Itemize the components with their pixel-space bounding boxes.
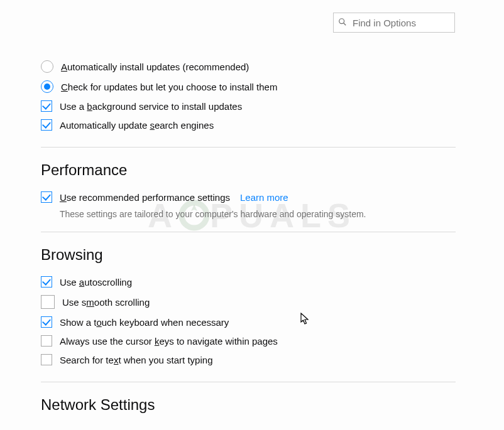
checkbox-recommended-perf-label: Use recommended performance settings — [60, 192, 230, 203]
performance-subtext: These settings are tailored to your comp… — [60, 209, 456, 219]
checkbox-background-service-label: Use a background service to install upda… — [60, 101, 242, 112]
svg-line-2 — [344, 23, 346, 26]
radio-auto-install-label: Automatically install updates (recommend… — [61, 62, 249, 72]
checkbox-icon-checked — [41, 119, 52, 131]
checkbox-smooth-scrolling-label: Use smooth scrolling — [62, 297, 150, 308]
checkbox-background-service[interactable]: Use a background service to install upda… — [41, 97, 456, 116]
search-icon — [338, 18, 347, 26]
radio-icon — [41, 60, 53, 73]
network-title: Network Settings — [41, 396, 456, 414]
checkbox-recommended-perf[interactable]: Use recommended performance settings Lea… — [41, 188, 456, 207]
checkbox-touch-keyboard[interactable]: Show a touch keyboard when necessary — [41, 313, 456, 331]
checkbox-icon-unchecked — [41, 295, 55, 309]
learn-more-link[interactable]: Learn more — [240, 192, 288, 203]
radio-auto-install[interactable]: Automatically install updates (recommend… — [41, 56, 456, 77]
checkbox-cursor-keys[interactable]: Always use the cursor keys to navigate w… — [41, 331, 456, 350]
checkbox-icon-unchecked — [41, 354, 52, 365]
checkbox-icon-checked — [41, 191, 52, 203]
checkbox-icon-checked — [41, 276, 52, 288]
checkbox-search-typing[interactable]: Search for text when you start typing — [41, 350, 456, 369]
svg-point-1 — [339, 19, 344, 24]
checkbox-touch-keyboard-label: Show a touch keyboard when necessary — [60, 317, 229, 328]
divider — [41, 232, 456, 232]
search-container — [333, 13, 455, 33]
checkbox-autoscrolling-label: Use autoscrolling — [60, 277, 132, 288]
checkbox-cursor-keys-label: Always use the cursor keys to navigate w… — [60, 336, 278, 347]
checkbox-icon-unchecked — [41, 335, 52, 347]
checkbox-icon-checked — [41, 316, 52, 328]
divider — [41, 382, 456, 382]
checkbox-update-search-engines-label: Automatically update search engines — [60, 120, 214, 131]
checkbox-smooth-scrolling[interactable]: Use smooth scrolling — [41, 291, 456, 313]
performance-title: Performance — [41, 161, 456, 179]
checkbox-icon-checked — [41, 100, 52, 112]
browsing-title: Browsing — [41, 246, 456, 264]
checkbox-autoscrolling[interactable]: Use autoscrolling — [41, 272, 456, 291]
checkbox-update-search-engines[interactable]: Automatically update search engines — [41, 116, 456, 134]
divider — [41, 147, 456, 148]
radio-icon-selected — [41, 80, 53, 93]
settings-content: Automatically install updates (recommend… — [41, 56, 456, 422]
search-input[interactable] — [333, 13, 455, 33]
checkbox-search-typing-label: Search for text when you start typing — [60, 355, 212, 365]
radio-check-updates[interactable]: Check for updates but let you choose to … — [41, 77, 456, 97]
radio-check-updates-label: Check for updates but let you choose to … — [61, 82, 277, 92]
